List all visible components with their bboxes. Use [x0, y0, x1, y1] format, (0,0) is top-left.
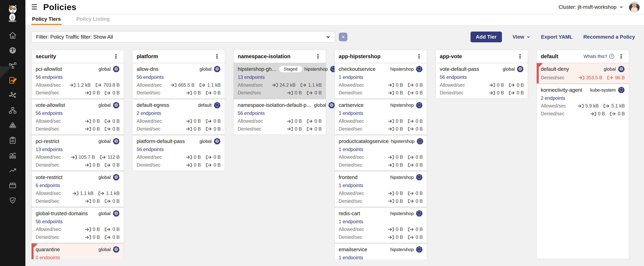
policy-card[interactable]: emailservice hipstershop ns 1 endpoints …	[334, 243, 427, 259]
clear-filter-button[interactable]: ✕	[339, 33, 348, 41]
tier-name: namespace-isolation	[238, 54, 290, 60]
endpoints-link[interactable]: 1 endpoints	[339, 75, 423, 80]
traffic-metric-row: Denied/sec 0 B 0 B	[339, 90, 423, 96]
traffic-rows: Allowed/sec 1.2 kB 703.8 B Denied/sec 0 …	[36, 82, 120, 96]
sidebar-item-flow-visualizations[interactable]	[0, 88, 26, 103]
sidebar-item-dashboard[interactable]	[0, 43, 26, 58]
endpoints-link[interactable]: 13 endpoints	[36, 147, 120, 152]
endpoints-link[interactable]: 0 endpoints	[36, 255, 120, 259]
policy-card[interactable]: global-trusted-domains global 56 endpoin…	[32, 207, 124, 243]
tier-menu-kebab-icon[interactable]: ⋮	[112, 54, 120, 59]
egress-icon	[408, 191, 414, 196]
sidebar-item-endpoints-hierarchy[interactable]	[0, 103, 26, 118]
ingress-value-group: 0 B	[388, 162, 403, 168]
staged-badge: Staged	[279, 66, 302, 72]
endpoints-link[interactable]: 56 endpoints	[238, 111, 322, 116]
policy-card[interactable]: productcatalogservice hipstershop ns 1 e…	[334, 134, 427, 170]
policy-card[interactable]: hipstershop-gh… Staged hipstershop ns 13…	[234, 63, 326, 98]
policy-card[interactable]: allow-dns global 56 endpoints Allowed/se…	[132, 63, 225, 98]
endpoints-link[interactable]: 1 endpoints	[339, 147, 423, 152]
endpoints-link[interactable]: 56 endpoints	[36, 75, 120, 80]
policy-card[interactable]: vote-restrict global 6 endpoints Allowed…	[32, 170, 124, 206]
sidebar-item-packages[interactable]	[0, 178, 26, 193]
sidebar-item-trends[interactable]	[0, 163, 26, 178]
ingress-value: 1.2 kB	[77, 82, 91, 88]
policy-card[interactable]: default-deny global Denied/sec 353.5 B	[537, 63, 629, 83]
policy-filter-select[interactable]: Filter: Policy Traffic filter: Show All	[31, 31, 335, 43]
metric-values: 0 B 0 B	[388, 198, 423, 204]
policy-card-header: konnectivity-agent kube-system ns	[541, 86, 625, 94]
endpoints-link[interactable]: 1 endpoints	[339, 183, 423, 188]
global-scope-icon	[618, 66, 625, 72]
policy-card[interactable]: redis-cart hipstershop ns 1 endpoints Al…	[334, 207, 427, 243]
bar-line-chart-icon	[8, 151, 17, 160]
policy-card[interactable]: platform-default-pass global 56 endpoint…	[132, 134, 225, 170]
global-scope-icon	[113, 174, 120, 181]
sidebar-item-home[interactable]	[0, 28, 26, 43]
ingress-value-group: 0 B	[388, 118, 403, 124]
endpoints-link[interactable]: 1 endpoints	[339, 219, 423, 224]
tier-menu-kebab-icon[interactable]: ⋮	[314, 54, 322, 59]
traffic-metric-row: Denied/sec 0 B 0 B	[137, 162, 221, 168]
policy-card[interactable]: konnectivity-agent kube-system ns 2 endp…	[537, 83, 629, 119]
tier-cards: vote-default-pass global 56 endpoints Al…	[436, 63, 528, 98]
cluster-selector[interactable]: Cluster: jlt-msft-workshop	[558, 4, 623, 10]
egress-value-group: 112 B	[100, 154, 120, 160]
policy-card[interactable]: frontend hipstershop ns 1 endpoints Allo…	[334, 170, 427, 206]
metric-values: 0 B 0 B	[388, 90, 423, 96]
sidebar-item-threat-defense[interactable]	[0, 193, 26, 208]
tier-menu-kebab-icon[interactable]: ⋮	[516, 54, 524, 59]
metric-label: Allowed/sec	[339, 118, 364, 124]
metric-values: 0 B 0 B	[85, 198, 120, 204]
policy-card[interactable]: namespace-isolation-default-p… global 56…	[234, 98, 326, 134]
tier-menu-kebab-icon[interactable]: ⋮	[415, 54, 423, 59]
user-avatar[interactable]	[629, 2, 640, 12]
export-yaml-button[interactable]: Export YAML	[541, 34, 573, 40]
recommend-policy-button[interactable]: Recommend a Policy	[583, 34, 635, 40]
endpoints-link[interactable]: 1 endpoints	[339, 255, 423, 259]
policy-card[interactable]: pci-restrict global 13 endpoints Allowed…	[32, 134, 124, 170]
whats-this-link[interactable]: Whats this??	[584, 54, 614, 59]
tier-menu-kebab-icon[interactable]: ⋮	[617, 54, 625, 59]
ingress-value-group: 5.9 kB	[578, 103, 599, 109]
policy-scope: kube-system	[590, 88, 616, 93]
policy-card[interactable]: checkoutservice hipstershop ns 1 endpoin…	[334, 63, 427, 98]
sidebar-item-workloads[interactable]	[0, 118, 26, 133]
endpoints-link[interactable]: 6 endpoints	[36, 183, 120, 188]
policy-card[interactable]: vote-default-pass global 56 endpoints Al…	[436, 63, 528, 98]
policy-card[interactable]: vote-allowlist global 56 endpoints Allow…	[32, 98, 124, 134]
endpoints-link[interactable]: 1 endpoints	[339, 111, 423, 116]
egress-icon	[509, 91, 515, 95]
endpoints-link[interactable]: 56 endpoints	[440, 75, 524, 80]
endpoints-link[interactable]: 56 endpoints	[137, 147, 221, 152]
endpoints-link[interactable]: 56 endpoints	[36, 111, 120, 116]
tab-policy-listing[interactable]: Policy Listing	[76, 14, 110, 25]
endpoints-link[interactable]: 13 endpoints	[238, 75, 322, 80]
endpoints-link[interactable]: 2 endpoints	[541, 96, 625, 101]
policy-card[interactable]: pci-allowlist global 56 endpoints Allowe…	[32, 63, 124, 98]
sidebar-item-compliance-reports[interactable]	[0, 133, 26, 148]
policy-name: redis-cart	[339, 210, 360, 216]
endpoints-link[interactable]: 2 endpoints	[137, 111, 221, 116]
policy-card[interactable]: cartservice hipstershop ns 1 endpoints A…	[334, 98, 427, 134]
sidebar-item-statistics[interactable]	[0, 148, 26, 163]
traffic-metric-row: Allowed/sec 0 B 0 B	[137, 118, 221, 124]
add-tier-button[interactable]: Add Tier	[470, 32, 502, 42]
hamburger-menu-icon[interactable]: ☰	[31, 4, 38, 10]
ingress-value: 0 B	[396, 90, 403, 96]
policy-card[interactable]: quarantine global 0 endpoints	[32, 243, 124, 259]
tier-menu-kebab-icon[interactable]: ⋮	[213, 54, 221, 59]
tier-header: security ⋮	[32, 50, 124, 63]
sidebar-item-policies[interactable]	[0, 73, 26, 88]
endpoints-link[interactable]: 56 endpoints	[137, 75, 221, 80]
tab-policy-tiers[interactable]: Policy Tiers	[31, 14, 62, 25]
endpoints-link[interactable]: 56 endpoints	[36, 219, 120, 224]
policy-scope: global	[98, 139, 110, 144]
policy-scope: default	[198, 102, 212, 108]
view-menu-button[interactable]: View	[512, 34, 530, 40]
ingress-icon	[85, 199, 91, 203]
egress-icon	[408, 155, 414, 160]
ingress-value-group: 0 B	[186, 118, 201, 124]
policy-card[interactable]: default-egress default ns 2 endpoints Al…	[132, 98, 225, 134]
ingress-value-group: 0 B	[388, 198, 403, 204]
